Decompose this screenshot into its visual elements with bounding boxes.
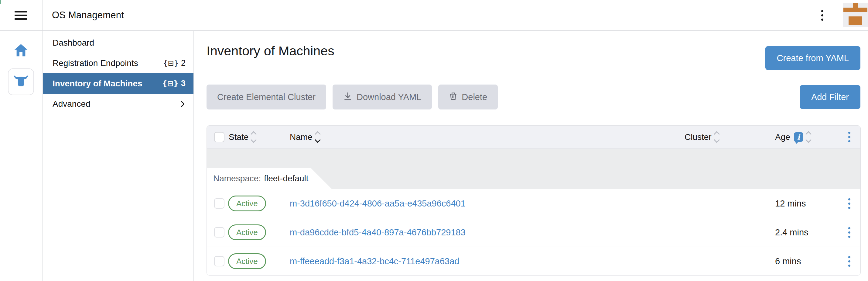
sidebar-item-registration-endpoints[interactable]: Registration Endpoints {⊟} 2 (43, 53, 193, 73)
table-header-row: State Name Cluster Age i (207, 125, 860, 148)
sort-icon[interactable] (715, 131, 719, 143)
trash-icon (449, 92, 457, 103)
column-header-age[interactable]: Age i (771, 131, 838, 143)
status-badge: Active (228, 224, 266, 240)
create-elemental-cluster-button[interactable]: Create Elemental Cluster (207, 85, 326, 110)
machine-name-link[interactable]: m-3d16f650-d424-4806-aa5a-e435a96c6401 (290, 199, 466, 208)
count-icon: {⊟} (163, 59, 179, 67)
column-header-state[interactable]: State (227, 131, 288, 143)
table-row: Active m-da96cdde-bfd5-4a40-897a-4676bb7… (207, 218, 860, 247)
machines-table: State Name Cluster Age i Namespace: flee… (207, 125, 861, 276)
machine-name-link[interactable]: m-da96cdde-bfd5-4a40-897a-4676bb729183 (290, 227, 466, 237)
home-icon[interactable] (14, 44, 28, 58)
product-logo (843, 3, 868, 27)
namespace-group-band: Namespace: fleet-default (207, 148, 860, 189)
inventory-of-machines-count: {⊟} 3 (162, 79, 186, 88)
column-header-cluster[interactable]: Cluster (680, 131, 771, 143)
page-title: Inventory of Machines (207, 44, 334, 58)
logo-shape-bar (843, 8, 867, 12)
create-from-yaml-button[interactable]: Create from YAML (765, 46, 860, 70)
age-cell: 12 mins (771, 199, 838, 208)
sidebar-item-inventory-of-machines[interactable]: Inventory of Machines {⊟} 3 (43, 73, 193, 94)
window-corner-artifact (0, 0, 1, 4)
row-checkbox[interactable] (214, 198, 224, 208)
download-icon (343, 91, 352, 103)
status-badge: Active (228, 253, 266, 269)
count-icon: {⊟} (162, 79, 179, 88)
table-row: Active m-ffeeeadd-f3a1-4a32-bc4c-711e497… (207, 247, 860, 276)
logo-shape-block (848, 17, 862, 25)
sort-icon[interactable] (251, 131, 256, 143)
chevron-right-icon (179, 101, 185, 107)
column-header-name[interactable]: Name (288, 131, 680, 143)
namespace-label: Namespace: (213, 174, 261, 184)
delete-button[interactable]: Delete (438, 85, 498, 110)
table-row: Active m-3d16f650-d424-4806-aa5a-e435a96… (207, 189, 860, 218)
sidebar-item-advanced[interactable]: Advanced (43, 94, 193, 114)
select-all-checkbox[interactable] (214, 132, 224, 142)
machine-name-link[interactable]: m-ffeeeadd-f3a1-4a32-bc4c-711e497a63ad (290, 256, 459, 266)
icon-rail (0, 31, 42, 281)
table-options-kebab-icon[interactable] (838, 132, 860, 142)
age-info-tooltip-icon[interactable]: i (794, 132, 803, 142)
sort-icon[interactable] (806, 131, 811, 143)
header-kebab-menu-icon[interactable] (821, 10, 824, 21)
sidebar-item-dashboard[interactable]: Dashboard (43, 32, 193, 53)
menu-zone (0, 0, 42, 30)
row-actions-kebab-icon[interactable] (838, 198, 860, 209)
download-yaml-button[interactable]: Download YAML (333, 85, 432, 110)
age-cell: 6 mins (771, 256, 838, 266)
row-actions-kebab-icon[interactable] (838, 256, 860, 267)
app-title: OS Management (52, 10, 124, 21)
top-bar: OS Management (0, 0, 868, 31)
sort-icon-descending[interactable] (315, 131, 320, 143)
registration-endpoints-count: {⊟} 2 (163, 58, 186, 68)
row-checkbox[interactable] (214, 256, 224, 266)
namespace-group-tab: Namespace: fleet-default (207, 168, 332, 189)
age-cell: 2.4 mins (771, 227, 838, 237)
os-management-app-icon[interactable] (8, 68, 34, 95)
row-checkbox[interactable] (214, 227, 224, 237)
namespace-value: fleet-default (264, 174, 308, 184)
row-actions-kebab-icon[interactable] (838, 227, 860, 238)
sidebar-nav: Dashboard Registration Endpoints {⊟} 2 I… (43, 31, 194, 281)
add-filter-button[interactable]: Add Filter (800, 85, 860, 109)
bulk-actions-toolbar: Create Elemental Cluster Download YAML D… (207, 85, 498, 110)
main-content: Inventory of Machines Create from YAML C… (195, 31, 868, 281)
hamburger-menu-icon[interactable] (14, 9, 27, 22)
status-badge: Active (228, 196, 266, 212)
